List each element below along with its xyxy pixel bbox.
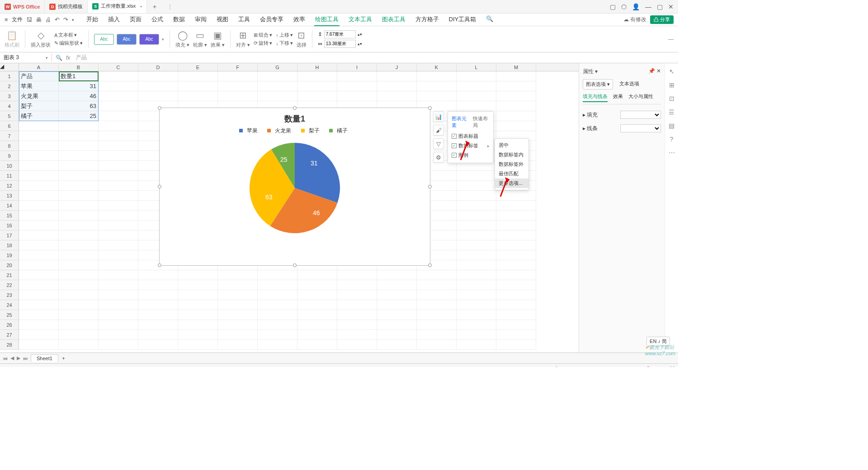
cell[interactable] <box>19 300 59 310</box>
cell[interactable] <box>19 131 59 141</box>
cell[interactable]: 63 <box>59 101 99 111</box>
cell[interactable] <box>178 330 218 340</box>
tab-drawing[interactable]: 绘图工具 <box>314 14 340 26</box>
cell[interactable] <box>417 320 457 330</box>
cell[interactable] <box>337 300 377 310</box>
cell[interactable] <box>99 280 138 290</box>
row-header[interactable]: 24 <box>0 300 19 310</box>
effects-subtab[interactable]: 效果 <box>613 93 623 102</box>
cell[interactable] <box>258 330 297 340</box>
cell[interactable] <box>19 290 59 300</box>
row-header[interactable]: 1 <box>0 71 19 81</box>
row-header[interactable]: 22 <box>0 280 19 290</box>
row-header[interactable]: 19 <box>0 250 19 260</box>
save-icon[interactable]: 🖫 <box>26 16 32 23</box>
row-header[interactable]: 7 <box>0 131 19 141</box>
cell[interactable] <box>457 181 496 191</box>
cell[interactable] <box>457 191 496 201</box>
cell[interactable]: 火龙果 <box>19 91 59 101</box>
effects-button[interactable]: ▣效果 ▾ <box>211 30 225 48</box>
insert-shape-button[interactable]: ◇插入形状 <box>31 30 51 48</box>
cell[interactable] <box>496 330 536 340</box>
cell[interactable] <box>59 320 99 330</box>
undo-icon[interactable]: ↶ <box>55 16 60 23</box>
line-select[interactable] <box>620 124 661 132</box>
print-icon[interactable]: 🖶 <box>36 16 42 23</box>
pin-icon[interactable]: 📌 <box>648 68 655 74</box>
select-button[interactable]: ⊡选择 <box>297 30 307 48</box>
tab-menu-button[interactable]: ⋮ <box>162 3 178 10</box>
cell[interactable] <box>19 340 59 350</box>
cell[interactable] <box>59 151 99 161</box>
cell[interactable] <box>19 230 59 240</box>
tab-member[interactable]: 会员专享 <box>259 14 284 26</box>
cell[interactable] <box>417 300 457 310</box>
cell[interactable] <box>19 171 59 181</box>
cell[interactable] <box>138 280 178 290</box>
cell[interactable] <box>138 81 178 91</box>
cell[interactable] <box>218 71 258 81</box>
chart-legend[interactable]: 苹果 火龙果 梨子 橘子 <box>160 127 430 138</box>
row-header[interactable]: 12 <box>0 181 19 191</box>
share-button[interactable]: 凸 分享 <box>650 15 674 24</box>
row-header[interactable]: 3 <box>0 91 19 101</box>
cell[interactable] <box>138 270 178 280</box>
cell[interactable] <box>99 230 138 240</box>
cell[interactable] <box>178 290 218 300</box>
cell[interactable] <box>138 330 178 340</box>
style-1[interactable]: Abc <box>94 34 114 45</box>
status-left-icon[interactable]: ⊞ <box>4 366 8 367</box>
submenu-inside[interactable]: 数据标签内 <box>495 150 528 160</box>
cell[interactable] <box>258 270 297 280</box>
cell[interactable] <box>377 320 417 330</box>
resize-handle[interactable] <box>158 263 161 267</box>
cube-icon[interactable]: ⬡ <box>621 3 627 10</box>
outline-button[interactable]: ▭轮廓 ▾ <box>193 30 207 48</box>
resize-handle[interactable] <box>293 106 297 110</box>
row-header[interactable]: 21 <box>0 270 19 280</box>
cell[interactable] <box>377 300 417 310</box>
cell[interactable] <box>59 211 99 221</box>
tab-formula[interactable]: 公式 <box>151 14 164 26</box>
sidebar-help-icon[interactable]: ? <box>670 136 674 143</box>
cell[interactable] <box>496 270 536 280</box>
cell[interactable] <box>99 141 138 151</box>
tab-efficiency[interactable]: 效率 <box>292 14 306 26</box>
reading-view-icon[interactable]: ▭ <box>594 366 599 367</box>
cell[interactable] <box>138 320 178 330</box>
spreadsheet-grid[interactable]: ◢ A B C D E F G H I J K L M 123456789101… <box>0 63 579 352</box>
cell[interactable] <box>59 191 99 201</box>
redo-icon[interactable]: ↷ <box>63 16 68 23</box>
cell[interactable] <box>99 121 138 131</box>
cell[interactable]: 25 <box>59 111 99 121</box>
close-panel-icon[interactable]: ✕ <box>656 68 661 74</box>
cell[interactable] <box>377 290 417 300</box>
preview-icon[interactable]: 🖨 <box>45 16 51 23</box>
cell[interactable] <box>297 270 337 280</box>
row-header[interactable]: 13 <box>0 191 19 201</box>
maximize-icon[interactable]: ▢ <box>657 3 663 10</box>
cell[interactable] <box>99 101 138 111</box>
cell[interactable] <box>19 151 59 161</box>
cell[interactable] <box>258 290 297 300</box>
cell[interactable] <box>218 330 258 340</box>
cell[interactable] <box>457 280 496 290</box>
cell[interactable] <box>337 91 377 101</box>
cell[interactable] <box>218 270 258 280</box>
cell[interactable] <box>178 280 218 290</box>
cell[interactable] <box>496 240 536 250</box>
cell[interactable] <box>19 211 59 221</box>
cell[interactable] <box>258 81 297 91</box>
col-header[interactable]: J <box>377 63 417 71</box>
sheet-last-icon[interactable]: ⏭ <box>23 356 28 361</box>
cell[interactable] <box>297 91 337 101</box>
minimize-icon[interactable]: — <box>645 3 651 10</box>
cell[interactable] <box>19 161 59 171</box>
cell[interactable] <box>19 240 59 250</box>
cell[interactable] <box>457 300 496 310</box>
app-tab[interactable]: WWPS Office <box>0 0 45 13</box>
cell[interactable] <box>99 260 138 270</box>
resize-handle[interactable] <box>293 263 297 267</box>
cell[interactable] <box>99 191 138 201</box>
resize-handle[interactable] <box>158 185 161 188</box>
